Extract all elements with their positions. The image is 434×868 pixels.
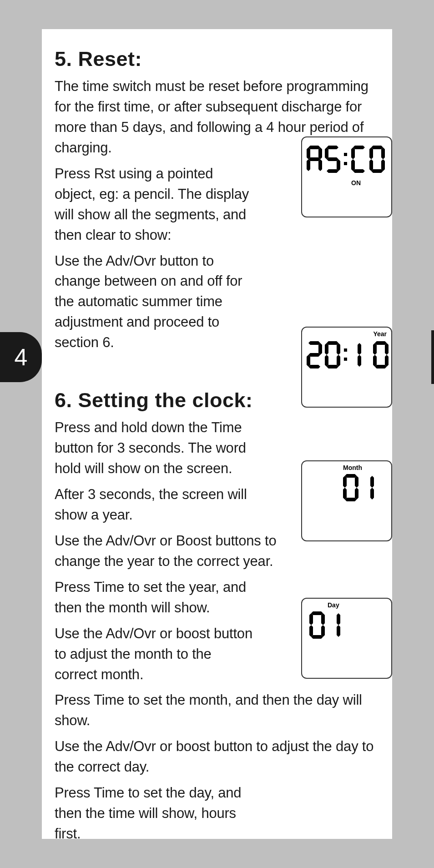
section-6-para-6: Press Time to set the month, and then th… <box>55 690 381 731</box>
lcd-digits-icon <box>302 141 393 182</box>
lcd-display-month: Month <box>301 460 392 541</box>
section-6-para-1: Press and hold down the Time button for … <box>55 418 255 479</box>
section-6-para-7: Use the Adv/Ovr or boost button to adjus… <box>55 737 381 777</box>
lcd-display-day: Day <box>301 598 392 679</box>
lcd-digits-icon <box>338 469 393 510</box>
page-number-tab: 4 <box>0 332 42 382</box>
lcd-display-reset: ON <box>301 136 392 217</box>
lcd-digits-icon <box>302 337 393 378</box>
svg-rect-3 <box>344 162 347 165</box>
svg-rect-2 <box>344 153 347 156</box>
right-edge-mark <box>431 330 434 384</box>
page-number: 4 <box>15 343 28 371</box>
manual-page: 5. Reset: The time switch must be reset … <box>42 29 392 839</box>
lcd-annot-on: ON <box>351 179 361 187</box>
lcd-digits-icon <box>305 607 359 648</box>
section-6-para-8: Press Time to set the day, and then the … <box>55 783 255 844</box>
svg-rect-7 <box>344 358 347 361</box>
section-6-para-3: Use the Adv/Ovr or Boost buttons to chan… <box>55 531 282 572</box>
section-6-para-4: Press Time to set the year, and then the… <box>55 577 255 618</box>
svg-rect-6 <box>344 348 347 352</box>
section-6-para-2: After 3 seconds, the screen will show a … <box>55 484 255 525</box>
section-5-para-3: Use the Adv/Ovr button to change between… <box>55 251 255 353</box>
lcd-display-year: Year <box>301 327 392 408</box>
section-5-heading: 5. Reset: <box>55 47 381 71</box>
section-5-para-2: Press Rst using a pointed object, eg: a … <box>55 164 255 246</box>
section-6-para-5: Use the Adv/Ovr or boost button to adjus… <box>55 624 255 685</box>
